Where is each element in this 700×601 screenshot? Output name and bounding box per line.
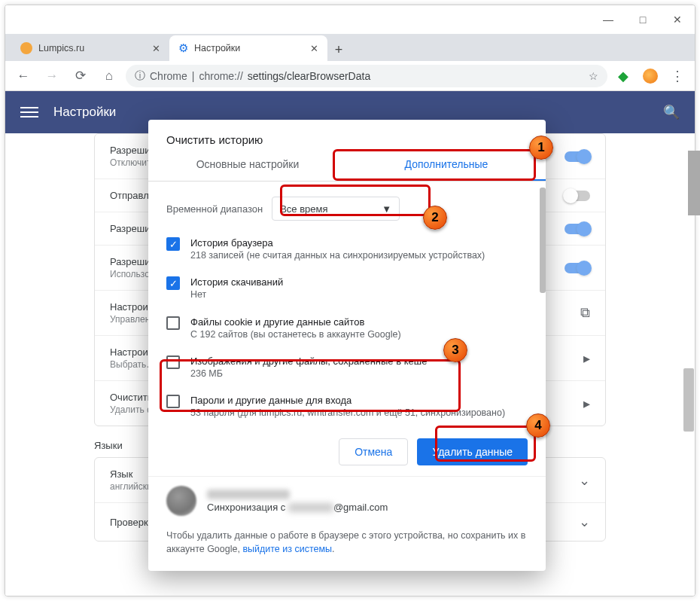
back-button[interactable]: ← (11, 64, 35, 88)
minimize-button[interactable]: — (591, 5, 625, 34)
chevron-right-icon: ▸ (583, 350, 590, 367)
sync-label: Синхронизация с (207, 502, 288, 513)
maximize-button[interactable]: □ (625, 5, 660, 34)
new-tab-button[interactable]: + (327, 38, 350, 61)
sign-out-link[interactable]: выйдите из системы (242, 544, 332, 554)
search-icon[interactable]: 🔍 (663, 104, 680, 121)
toggle-switch[interactable] (565, 224, 590, 234)
checkbox[interactable]: ✓ (166, 276, 180, 290)
outer-scrollbar[interactable] (688, 151, 700, 215)
dialog-title: Очистить историю (148, 120, 546, 149)
option-sub: 236 МБ (190, 368, 427, 380)
annotation-badge-1: 1 (529, 136, 553, 160)
checkbox[interactable] (166, 395, 180, 408)
tab-advanced[interactable]: Дополнительные (347, 149, 546, 181)
checkbox[interactable] (166, 316, 180, 330)
option-passwords[interactable]: Пароли и другие данные для входа53 парол… (166, 387, 528, 426)
annotation-badge-2: 2 (423, 206, 447, 230)
annotation-badge-4: 4 (526, 413, 550, 438)
time-range-label: Временной диапазон (166, 203, 263, 215)
url-input[interactable]: ⓘ Chrome | chrome://settings/clearBrowse… (126, 65, 607, 87)
favicon-lumpics (20, 42, 32, 54)
option-title: История браузера (190, 237, 485, 249)
close-window-button[interactable]: ✕ (660, 5, 695, 34)
option-sub: С 192 сайтов (вы останетесь в аккаунте G… (190, 328, 401, 340)
address-bar: ← → ⟳ ⌂ ⓘ Chrome | chrome://settings/cle… (5, 61, 695, 91)
window-titlebar: — □ ✕ (5, 5, 695, 34)
note-text: . (332, 544, 334, 554)
tab-settings[interactable]: ⚙ Настройки ✕ (169, 35, 327, 61)
clear-data-dialog: Очистить историю Основные настройки Допо… (148, 120, 546, 571)
option-title: Файлы cookie и другие данные сайтов (190, 316, 401, 328)
browser-menu-button[interactable]: ⋮ (666, 65, 689, 87)
dialog-tabs: Основные настройки Дополнительные (148, 149, 546, 182)
menu-icon[interactable] (20, 103, 38, 121)
url-path: settings/clearBrowserData (248, 70, 370, 82)
option-title: История скачиваний (190, 276, 283, 288)
toggle-switch[interactable] (565, 263, 590, 273)
dropdown-arrow-icon: ▼ (382, 203, 391, 215)
tab-lumpics[interactable]: Lumpics.ru ✕ (11, 35, 169, 61)
settings-title: Настройки (53, 105, 116, 120)
tab-title: Настройки (194, 43, 304, 53)
avatar (166, 486, 196, 516)
bookmark-star-icon[interactable]: ☆ (589, 70, 598, 82)
checkbox[interactable]: ✓ (166, 237, 180, 251)
extension-icon[interactable] (639, 65, 662, 87)
favicon-settings-icon: ⚙ (178, 41, 188, 55)
toggle-switch[interactable] (565, 191, 590, 201)
account-name-blur (207, 490, 290, 499)
chevron-down-icon: ⌄ (579, 472, 590, 489)
note-text: Чтобы удалить данные о работе в браузере… (166, 530, 525, 554)
option-cache[interactable]: Изображения и другие файлы, сохраненные … (166, 348, 528, 387)
chevron-down-icon: ⌄ (579, 514, 590, 530)
option-cookies[interactable]: Файлы cookie и другие данные сайтовС 192… (166, 309, 528, 348)
annotation-badge-3: 3 (443, 338, 467, 362)
clear-data-button[interactable]: Удалить данные (417, 438, 528, 465)
url-host: chrome:// (199, 70, 242, 82)
dialog-footnote: Чтобы удалить данные о работе в браузере… (148, 525, 546, 571)
tab-title: Lumpics.ru (38, 43, 146, 53)
browser-tabstrip: Lumpics.ru ✕ ⚙ Настройки ✕ + (5, 34, 695, 61)
checkbox[interactable] (166, 355, 180, 369)
chevron-right-icon: ▸ (583, 395, 590, 412)
option-sub: 218 записей (не считая данных на синхрон… (190, 249, 485, 261)
sync-account-row: Синхронизация с @gmail.com (148, 476, 546, 525)
email-blur (288, 503, 333, 512)
option-title: Изображения и другие файлы, сохраненные … (190, 355, 427, 367)
forward-button[interactable]: → (40, 64, 64, 88)
cancel-button[interactable]: Отмена (339, 438, 408, 465)
url-scheme: Chrome (150, 70, 187, 82)
site-info-icon[interactable]: ⓘ (135, 69, 145, 83)
tab-basic[interactable]: Основные настройки (148, 149, 347, 181)
close-tab-icon[interactable]: ✕ (310, 43, 318, 54)
option-sub: 53 пароля (для lumpics.ru, wmtransfer.co… (190, 407, 505, 419)
time-range-select[interactable]: Все время ▼ (272, 197, 400, 221)
extension-shield-icon[interactable]: ◆ (612, 65, 635, 87)
scrollbar-thumb[interactable] (683, 368, 694, 432)
option-title: Пароли и другие данные для входа (190, 395, 505, 406)
url-sep: | (192, 70, 195, 82)
email-suffix: @gmail.com (333, 502, 388, 513)
external-link-icon: ⧉ (580, 305, 590, 321)
option-download-history[interactable]: ✓ История скачиванийНет (166, 269, 528, 308)
toggle-switch[interactable] (565, 151, 590, 162)
home-button[interactable]: ⌂ (97, 64, 121, 88)
select-value: Все время (280, 203, 327, 215)
reload-button[interactable]: ⟳ (68, 64, 93, 88)
close-tab-icon[interactable]: ✕ (152, 43, 160, 54)
option-browsing-history[interactable]: ✓ История браузера218 записей (не считая… (166, 230, 528, 269)
option-sub: Нет (190, 288, 283, 300)
